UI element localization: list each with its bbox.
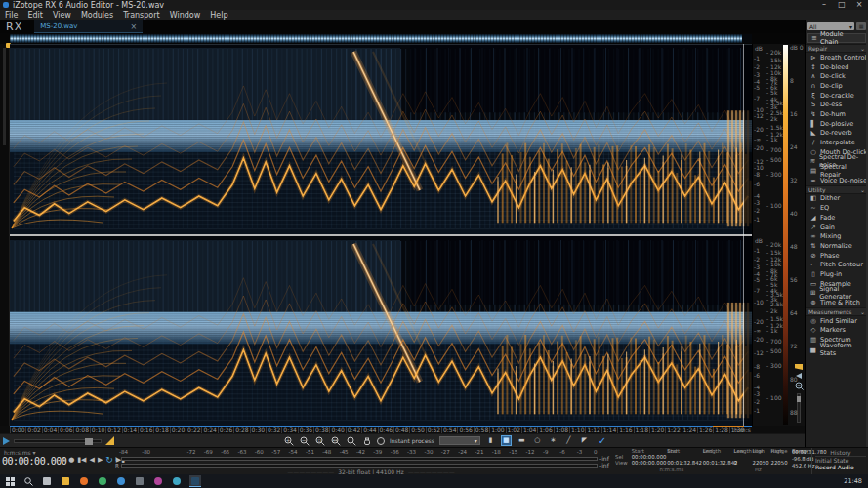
module-item-de-click[interactable]: ∧De-click — [806, 71, 868, 81]
module-item-de-crackle[interactable]: ξDe-crackle — [806, 91, 868, 101]
module-item-breath-control[interactable]: ⊳Breath Control — [806, 53, 868, 62]
menu-transport[interactable]: Transport — [123, 11, 160, 20]
rx-logo: RX — [6, 20, 22, 33]
module-item-dither[interactable]: ◧Dither — [806, 194, 868, 204]
menu-window[interactable]: Window — [170, 11, 201, 20]
loop-button[interactable]: ↻ — [105, 456, 113, 465]
instant-process-toggle[interactable] — [377, 437, 385, 445]
module-item-interpolate[interactable]: ∕Interpolate — [806, 138, 868, 147]
app-blue-icon[interactable] — [115, 475, 127, 487]
ruler-tick: 0:48 — [393, 427, 408, 433]
module-item-normalize[interactable]: ⇅Normalize — [806, 241, 868, 251]
module-item-label: Time & Pitch — [820, 299, 860, 306]
app-green-icon[interactable] — [97, 475, 108, 487]
magnifier-icon[interactable] — [346, 435, 356, 446]
history-item[interactable]: Initial State — [815, 457, 868, 464]
start-button[interactable] — [4, 475, 16, 487]
meter-scale-label: -36 — [391, 449, 399, 455]
confirm-selection-icon[interactable]: ✓ — [599, 435, 606, 446]
frequency-selection-tool[interactable]: ▬ — [517, 435, 527, 446]
horizontal-scroll-arrow-icon[interactable] — [3, 437, 10, 445]
close-button[interactable]: × — [850, 0, 868, 10]
module-item-find-similar[interactable]: ◎Find Similar — [806, 316, 868, 326]
module-item-fade[interactable]: ◢Fade — [806, 213, 868, 223]
history-item[interactable]: Record Audio — [815, 464, 868, 470]
menu-view[interactable]: View — [53, 11, 71, 20]
module-item-de-ess[interactable]: SDe-ess — [806, 100, 868, 109]
section-header-utility[interactable]: Utility⌄ — [806, 185, 868, 194]
module-item-pitch-contour[interactable]: ⌐Pitch Contour — [806, 260, 868, 269]
module-item-plug-in[interactable]: ▯Plug-in — [806, 269, 868, 279]
spectrogram-channel-right[interactable] — [10, 236, 752, 426]
brush-selection-tool[interactable]: ╱ — [563, 435, 574, 446]
tab-close-icon[interactable]: × — [131, 22, 138, 31]
skip-back-button[interactable]: ▮◀ — [77, 456, 86, 465]
horizontal-zoom-slider[interactable] — [14, 439, 102, 443]
channel-divider[interactable] — [10, 234, 752, 236]
module-item-de-reverb[interactable]: ◣De-reverb — [806, 129, 868, 139]
minimize-button[interactable]: – — [815, 0, 833, 10]
waveform-overview[interactable] — [0, 33, 805, 44]
title-bar[interactable]: iZotope RX 6 Audio Editor - MS-20.wav – … — [0, 0, 868, 10]
maximize-button[interactable]: □ — [833, 0, 850, 10]
zoom-in-icon[interactable]: + — [283, 435, 294, 446]
corner-selection-tool[interactable]: ◤ — [579, 435, 590, 446]
menu-help[interactable]: Help — [210, 11, 227, 20]
browser-icon[interactable] — [78, 475, 90, 487]
lasso-selection-tool[interactable]: ○ — [532, 435, 543, 446]
marker-tool-icon[interactable] — [795, 364, 803, 370]
playhead[interactable] — [743, 44, 744, 426]
zoom-fit-icon[interactable]: ↔ — [330, 435, 341, 446]
module-item-time-pitch[interactable]: ⊕Time & Pitch — [806, 298, 868, 307]
module-item-spectral-repair[interactable]: ▤Spectral Repair — [806, 166, 868, 176]
time-display[interactable]: 00:00:00.000 — [2, 456, 66, 467]
module-item-de-clip[interactable]: ∩De-clip — [806, 81, 868, 91]
time-frequency-selection-tool[interactable]: ■ — [501, 435, 512, 446]
module-item-waveform-stats[interactable]: ▅Waveform Stats — [806, 345, 868, 354]
module-item-eq[interactable]: ~EQ — [806, 203, 868, 213]
module-item-mixing[interactable]: ∞Mixing — [806, 231, 868, 241]
zoom-out-icon[interactable]: − — [299, 435, 310, 446]
play-button[interactable]: ▶ — [98, 456, 103, 465]
task-view-icon-shape — [43, 477, 51, 485]
play-reverse-button[interactable]: ◀ — [89, 456, 94, 465]
vertical-zoom-in-icon[interactable] — [795, 382, 804, 390]
file-explorer-icon[interactable] — [60, 475, 71, 487]
module-item-de-bleed[interactable]: ↕De-bleed — [806, 62, 868, 72]
rx-app-icon[interactable] — [189, 475, 201, 487]
module-item-phase[interactable]: ⊘Phase — [806, 251, 868, 261]
legend-label: dB 0 — [790, 45, 804, 51]
panel-options-button[interactable]: ▦ — [856, 22, 866, 30]
wand-selection-tool[interactable]: ∗ — [548, 435, 558, 446]
hand-tool-icon[interactable] — [361, 435, 372, 446]
module-chain-item[interactable]: ≡ Module Chain — [807, 33, 866, 43]
app-teal-icon[interactable] — [171, 475, 183, 487]
monitor-button[interactable]: ∩ — [61, 456, 65, 465]
module-item-de-plosive[interactable]: ▌De-plosive — [806, 119, 868, 129]
file-tab[interactable]: MS-20.wav × — [34, 20, 143, 33]
search-icon[interactable] — [22, 475, 34, 487]
time-selection-tool[interactable]: ▮ — [485, 435, 496, 446]
corner-marker-icon[interactable] — [105, 436, 114, 445]
time-ruler[interactable]: 0:000:020:040:060:080:100:120:140:160:18… — [0, 426, 805, 433]
time-format-dropdown[interactable]: h:m:s.ms ▾ — [4, 449, 36, 456]
menu-modules[interactable]: Modules — [81, 11, 113, 20]
spectrogram-channel-left[interactable] — [10, 44, 752, 234]
left-scroll-strip[interactable] — [0, 44, 10, 426]
module-item-voice-de-noise[interactable]: ≈Voice De-noise — [806, 176, 868, 185]
section-header-measurements[interactable]: Measurements⌄ — [806, 307, 868, 316]
instant-process-select[interactable]: ▾ — [439, 436, 480, 445]
module-item-gain[interactable]: ↗Gain — [806, 223, 868, 232]
zoom-selection-icon[interactable]: ▫ — [314, 435, 325, 446]
task-view-icon[interactable] — [41, 475, 53, 487]
module-filter-select[interactable]: All ▾ — [807, 22, 854, 30]
vertical-zoom-slider[interactable] — [797, 393, 801, 423]
menu-file[interactable]: File — [5, 11, 18, 20]
module-item-markers[interactable]: ◇Markers — [806, 326, 868, 336]
module-item-de-hum[interactable]: ↯De-hum — [806, 109, 868, 119]
module-item-signal-generator[interactable]: ⊞Signal Generator — [806, 289, 868, 299]
record-button[interactable]: ● — [68, 456, 74, 465]
app-gray-icon[interactable] — [134, 475, 145, 487]
app-purple-icon[interactable] — [152, 475, 164, 487]
menu-edit[interactable]: Edit — [27, 11, 43, 20]
